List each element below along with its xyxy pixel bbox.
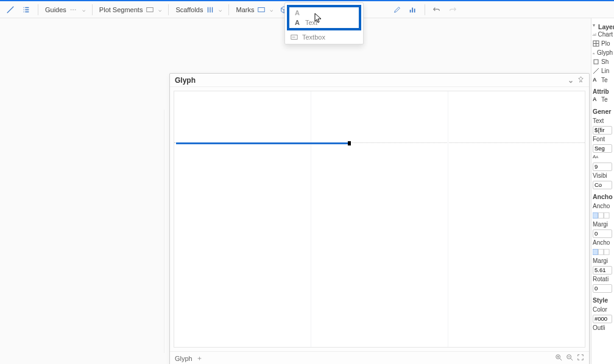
list-icon (21, 5, 31, 15)
separator (38, 4, 38, 15)
chevron-down-icon: ⌵ (270, 7, 273, 13)
svg-line-17 (593, 68, 599, 74)
columns-icon (205, 5, 215, 15)
glyph-panel-title: Glyph (175, 76, 196, 85)
layer-text[interactable]: ATe (593, 75, 613, 85)
letter-a-icon: A (293, 18, 302, 27)
svg-rect-22 (598, 249, 603, 254)
chart-tool[interactable] (406, 3, 420, 16)
margin-x-label: Margi (593, 221, 608, 228)
margin-x-input[interactable] (593, 229, 612, 238)
glyph-panel-footer: Glyph ＋ (170, 351, 589, 364)
color-label: Color (593, 306, 607, 313)
svg-rect-18 (593, 212, 598, 218)
text-a-icon: A (593, 77, 599, 83)
pin-icon[interactable] (577, 76, 584, 85)
layer-shape[interactable]: Sh (593, 57, 613, 66)
workspace: Glyph ⌄ Glyph ＋ (0, 18, 614, 364)
svg-rect-19 (598, 212, 603, 218)
line-diagonal-icon (5, 5, 15, 15)
text-mark-dropdown: A A Text Textbox (284, 2, 364, 44)
pencil-tool[interactable] (390, 3, 404, 16)
left-pane-placeholder (0, 110, 164, 353)
marks-label: Marks (236, 6, 254, 13)
rect-outline-icon (256, 5, 266, 15)
textbox-option-label: Textbox (302, 33, 325, 41)
textbox-mark-option[interactable]: Textbox (285, 30, 363, 44)
redo-button[interactable] (446, 3, 459, 16)
shape-icon (593, 58, 599, 65)
margin-y-input[interactable] (593, 266, 612, 275)
layer-plot[interactable]: Plo (593, 39, 613, 48)
guide-line-tool[interactable] (4, 3, 17, 16)
glyph-line-end-handle[interactable] (348, 141, 351, 145)
zoom-in-icon[interactable] (555, 354, 562, 363)
font-input[interactable] (593, 144, 612, 153)
separator (168, 4, 169, 15)
separator (92, 4, 93, 15)
line-icon (593, 68, 599, 74)
plot-segments-dropdown[interactable]: Plot Segments ⌵ (97, 3, 164, 16)
text-mark-option[interactable]: A A Text (287, 5, 361, 30)
attributes-section-title: Attrib (593, 88, 613, 95)
anchor-y-buttons[interactable] (593, 247, 613, 256)
svg-line-0 (7, 6, 14, 13)
svg-rect-2 (258, 7, 265, 12)
text-value-input[interactable] (593, 126, 612, 135)
collapse-icon[interactable]: ⌄ (568, 76, 574, 85)
rotation-input[interactable] (593, 284, 612, 293)
redo-icon (448, 5, 457, 15)
rect-icon (145, 5, 155, 15)
letter-a-outline-icon: A (293, 9, 302, 17)
chevron-down-icon: ⌵ (158, 7, 161, 13)
text-label: Text (593, 117, 604, 124)
svg-line-7 (560, 359, 562, 360)
scaffolds-dropdown[interactable]: Scaffolds ⌵ (174, 3, 224, 16)
text-a-icon: A (593, 96, 599, 103)
chevron-down-icon: ⌵ (82, 7, 85, 13)
guides-label: Guides (45, 6, 66, 13)
outline-label: Outli (593, 324, 605, 331)
font-label: Font (593, 136, 605, 142)
separator (228, 4, 229, 15)
guides-icon (69, 5, 79, 15)
layer-chart[interactable]: Chart (593, 30, 613, 39)
grid-icon (593, 40, 599, 47)
anchor-section-title: Ancho (593, 193, 613, 200)
cursor-pointer-icon (312, 12, 325, 24)
chevron-down-icon: ⌵ (219, 7, 222, 13)
glyph-canvas[interactable] (174, 91, 585, 348)
zoom-out-icon[interactable] (566, 354, 573, 363)
color-input[interactable] (593, 315, 612, 323)
undo-button[interactable] (430, 3, 443, 16)
bar-chart-icon (408, 5, 418, 15)
glyph-editor-panel: Glyph ⌄ Glyph ＋ (169, 73, 590, 364)
general-section-title: Gener (593, 108, 613, 115)
svg-rect-1 (147, 7, 154, 12)
scaffolds-label: Scaffolds (175, 6, 203, 13)
visibility-input[interactable] (593, 181, 612, 189)
glyph-panel-header: Glyph ⌄ (170, 74, 589, 87)
svg-rect-21 (593, 249, 598, 254)
guide-list-tool[interactable] (19, 3, 33, 16)
svg-rect-23 (604, 249, 609, 254)
glyph-tab-label[interactable]: Glyph (175, 355, 192, 362)
glyph-line-mark[interactable] (176, 142, 348, 144)
attr-text-row[interactable]: ATe (593, 95, 613, 104)
collapse-icon[interactable]: ▾ (593, 23, 595, 28)
right-properties-panel: ▾Layers Chart Plo Glyph Sh Lin ATe Attri… (591, 18, 614, 364)
fit-icon[interactable] (577, 354, 584, 363)
guides-dropdown[interactable]: Guides ⌵ (43, 3, 87, 16)
visibility-label: Visibi (593, 172, 607, 179)
font-size-input[interactable] (593, 163, 612, 171)
layer-glyph[interactable]: Glyph (593, 48, 613, 57)
anchor-x-buttons[interactable] (593, 211, 613, 220)
layers-section-title: Layers (598, 23, 614, 30)
add-glyph-button[interactable]: ＋ (196, 354, 203, 363)
marks-dropdown[interactable]: Marks ⌵ (234, 3, 275, 16)
font-size-icon: AA (593, 154, 599, 161)
chart-icon (593, 31, 596, 38)
style-section-title: Style (593, 296, 613, 304)
undo-icon (432, 5, 442, 15)
layer-line[interactable]: Lin (593, 66, 613, 75)
